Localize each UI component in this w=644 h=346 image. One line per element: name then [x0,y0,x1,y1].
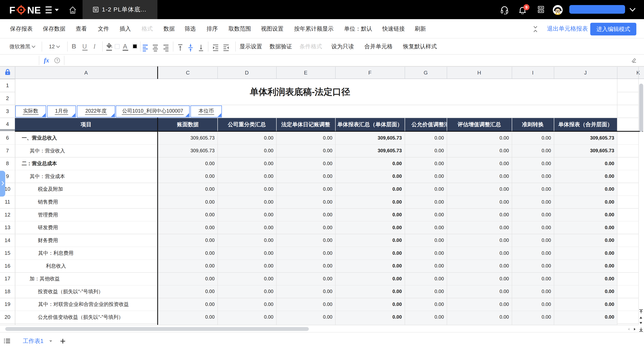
svg-text:?: ? [56,59,58,63]
svg-text:F: F [9,5,15,16]
svg-text:NE: NE [27,5,41,16]
